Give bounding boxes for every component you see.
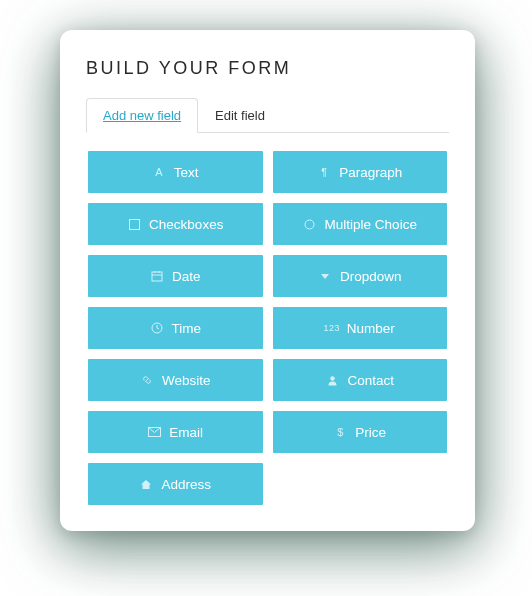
field-label: Text [174,165,199,180]
number-icon: 123 [325,321,339,335]
clock-icon [150,321,164,335]
field-label: Time [172,321,202,336]
tab-add-new-field[interactable]: Add new field [86,98,198,133]
tab-bar: Add new field Edit field [86,97,449,133]
envelope-icon [147,425,161,439]
field-contact-button[interactable]: Contact [273,359,448,401]
svg-rect-2 [152,272,162,281]
dollar-icon: $ [333,425,347,439]
svg-point-1 [305,220,314,229]
field-label: Date [172,269,201,284]
field-label: Dropdown [340,269,402,284]
panel-title: BUILD YOUR FORM [86,58,449,79]
form-builder-panel: BUILD YOUR FORM Add new field Edit field… [60,30,475,531]
svg-line-9 [157,328,159,329]
svg-marker-12 [141,480,151,489]
caret-down-icon [318,269,332,283]
field-date-button[interactable]: Date [88,255,263,297]
field-website-button[interactable]: Website [88,359,263,401]
field-label: Paragraph [339,165,402,180]
field-multiple-choice-button[interactable]: Multiple Choice [273,203,448,245]
field-dropdown-button[interactable]: Dropdown [273,255,448,297]
svg-rect-0 [129,219,139,229]
field-label: Price [355,425,386,440]
field-label: Website [162,373,211,388]
field-type-grid: A Text ¶ Paragraph Checkboxes Multiple C… [86,151,449,505]
home-icon [139,477,153,491]
field-paragraph-button[interactable]: ¶ Paragraph [273,151,448,193]
field-checkboxes-button[interactable]: Checkboxes [88,203,263,245]
field-price-button[interactable]: $ Price [273,411,448,453]
link-icon [140,373,154,387]
field-label: Contact [347,373,394,388]
svg-point-10 [330,376,334,380]
field-time-button[interactable]: Time [88,307,263,349]
field-address-button[interactable]: Address [88,463,263,505]
checkbox-icon [127,217,141,231]
field-label: Address [161,477,211,492]
field-email-button[interactable]: Email [88,411,263,453]
field-text-button[interactable]: A Text [88,151,263,193]
field-label: Multiple Choice [325,217,417,232]
field-label: Number [347,321,395,336]
svg-marker-6 [321,274,329,279]
paragraph-icon: ¶ [317,165,331,179]
user-icon [325,373,339,387]
field-number-button[interactable]: 123 Number [273,307,448,349]
field-label: Checkboxes [149,217,223,232]
radio-icon [303,217,317,231]
field-label: Email [169,425,203,440]
calendar-icon [150,269,164,283]
tab-edit-field[interactable]: Edit field [198,98,282,133]
font-icon: A [152,165,166,179]
